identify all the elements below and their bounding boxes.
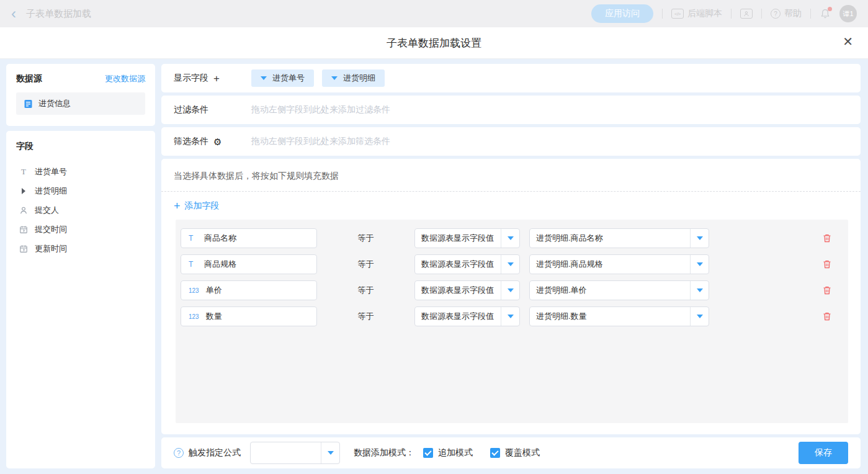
app-topbar: ‹ 子表单数据加载 应用访问 </> 后端脚本 ? 帮助 谭1 (0, 0, 868, 27)
save-button[interactable]: 保存 (799, 442, 848, 464)
gear-icon[interactable]: ⚙ (213, 137, 221, 146)
chevron-down-icon (331, 76, 338, 80)
delete-row-icon[interactable] (822, 259, 832, 269)
rule-row: 123 数量 等于 数据源表显示字段值 进货明细.数量 (181, 306, 843, 326)
target-field-select[interactable]: 进货明细.数量 (529, 306, 709, 326)
help-button[interactable]: ? 帮助 (771, 8, 802, 19)
append-mode-checkbox[interactable]: 追加模式 (423, 447, 473, 458)
source-value-select[interactable]: 数据源表显示字段值 (414, 280, 520, 300)
rules-area: T 商品名称 等于 数据源表显示字段值 进货明细.商品名称 (176, 220, 848, 423)
chevron-down-icon (697, 236, 703, 240)
field-type-icon: 123 (189, 287, 199, 294)
divider (662, 9, 663, 19)
dialog-body: 数据源 更改数据源 进货信息 字段 T 进货单号 进货明细 提交 (0, 59, 868, 474)
add-display-field-icon[interactable]: + (213, 73, 220, 84)
rule-field-label: 商品名称 (204, 233, 236, 244)
datasource-item[interactable]: 进货信息 (16, 92, 145, 115)
chevron-down-icon (697, 262, 703, 266)
user-card-icon (740, 9, 753, 19)
back-icon[interactable]: ‹ (11, 6, 16, 21)
delete-row-icon[interactable] (822, 285, 832, 295)
trigger-formula-select[interactable] (250, 442, 340, 464)
app-access-button[interactable]: 应用访问 (591, 4, 653, 23)
chevron-down-icon (697, 288, 703, 292)
display-fields-bar: 显示字段 + 进货单号 进货明细 (161, 64, 861, 92)
rules-panel: 当选择具体数据后，将按如下规则填充数据 + 添加字段 T 商品名称 等于 数据源… (161, 159, 861, 434)
plus-icon: + (174, 200, 181, 212)
rule-field-select[interactable]: T 商品名称 (181, 228, 317, 248)
trigger-formula-label: 触发指定公式 (189, 447, 241, 458)
dialog-title: 子表单数据加载设置 (387, 36, 481, 50)
delete-row-icon[interactable] (822, 311, 832, 321)
backend-script-label: 后端脚本 (687, 8, 722, 19)
chevron-down-icon (508, 315, 514, 318)
question-circle-icon[interactable]: ? (174, 448, 184, 458)
rule-field-select[interactable]: 123 单价 (181, 280, 317, 300)
divider (810, 9, 811, 19)
main-panel: 显示字段 + 进货单号 进货明细 过滤条件 拖动左侧字段到此处来添加过滤条件 筛… (161, 64, 861, 468)
form-document-icon (24, 99, 33, 109)
dialog-header: 子表单数据加载设置 ✕ (0, 27, 868, 59)
chevron-down-icon (328, 451, 334, 455)
field-type-icon: T (189, 234, 197, 243)
chevron-down-icon (508, 288, 514, 292)
change-datasource-link[interactable]: 更改数据源 (105, 73, 145, 84)
target-field-select[interactable]: 进货明细.单价 (529, 280, 709, 300)
calendar-icon (19, 244, 28, 253)
rule-field-select[interactable]: 123 数量 (181, 306, 317, 326)
calendar-icon (19, 225, 28, 234)
checkbox-checked-icon (423, 448, 433, 458)
field-label: 更新时间 (35, 243, 67, 254)
field-label: 进货单号 (35, 166, 67, 177)
source-value-select[interactable]: 数据源表显示字段值 (414, 306, 520, 326)
add-field-button[interactable]: + 添加字段 (174, 200, 220, 212)
display-field-tag[interactable]: 进货明细 (322, 69, 385, 87)
delete-row-icon[interactable] (822, 233, 832, 243)
rule-row: T 商品名称 等于 数据源表显示字段值 进货明细.商品名称 (181, 228, 843, 248)
target-field-select[interactable]: 进货明细.商品规格 (529, 254, 709, 274)
rule-row: 123 单价 等于 数据源表显示字段值 进货明细.单价 (181, 280, 843, 300)
person-icon (19, 206, 28, 215)
notifications-button[interactable] (820, 8, 831, 19)
checkbox-checked-icon (490, 448, 500, 458)
target-field-select[interactable]: 进货明细.商品名称 (529, 228, 709, 248)
rule-field-label: 数量 (206, 311, 222, 322)
dialog-footer: ? 触发指定公式 数据添加模式： 追加模式 覆盖模式 保存 (161, 437, 861, 468)
rule-field-label: 单价 (206, 285, 222, 296)
user-card-button[interactable] (740, 9, 753, 19)
source-value-select[interactable]: 数据源表显示字段值 (414, 228, 520, 248)
chevron-down-icon (508, 236, 514, 240)
chevron-down-icon (261, 76, 267, 80)
sidebar-field-item[interactable]: 进货明细 (16, 181, 145, 200)
backend-script-button[interactable]: </> 后端脚本 (671, 8, 722, 19)
add-field-label: 添加字段 (185, 200, 220, 212)
filter-condition-bar[interactable]: 过滤条件 拖动左侧字段到此处来添加过滤条件 (161, 96, 861, 124)
close-icon[interactable]: ✕ (843, 35, 853, 48)
source-value-select[interactable]: 数据源表显示字段值 (414, 254, 520, 274)
divider (731, 9, 732, 19)
field-type-icon: T (189, 260, 197, 269)
display-field-tag[interactable]: 进货单号 (251, 69, 314, 87)
sidebar: 数据源 更改数据源 进货信息 字段 T 进货单号 进货明细 提交 (6, 64, 155, 468)
field-label: 提交时间 (35, 224, 67, 235)
rule-field-select[interactable]: T 商品规格 (181, 254, 317, 274)
display-fields-label: 显示字段 + (174, 73, 239, 84)
avatar[interactable]: 谭1 (839, 5, 857, 22)
display-field-tags: 进货单号 进货明细 (251, 69, 385, 87)
screen-condition-label: 筛选条件 ⚙ (174, 136, 239, 147)
fields-title: 字段 (16, 141, 145, 152)
sidebar-field-item[interactable]: 更新时间 (16, 239, 145, 258)
sidebar-field-item[interactable]: 提交时间 (16, 220, 145, 239)
datasource-item-label: 进货信息 (38, 98, 71, 109)
expand-right-icon (19, 188, 28, 194)
append-mode-label: 追加模式 (438, 447, 473, 458)
overwrite-mode-checkbox[interactable]: 覆盖模式 (490, 447, 540, 458)
datasource-title: 数据源 (16, 73, 42, 84)
filter-condition-label: 过滤条件 (174, 104, 239, 115)
operator-label: 等于 (317, 285, 414, 296)
field-label: 提交人 (35, 205, 59, 216)
sidebar-field-item[interactable]: 提交人 (16, 200, 145, 220)
sidebar-field-item[interactable]: T 进货单号 (16, 162, 145, 181)
notification-dot (828, 7, 832, 11)
screen-condition-bar[interactable]: 筛选条件 ⚙ 拖动左侧字段到此处来添加筛选条件 (161, 127, 861, 156)
